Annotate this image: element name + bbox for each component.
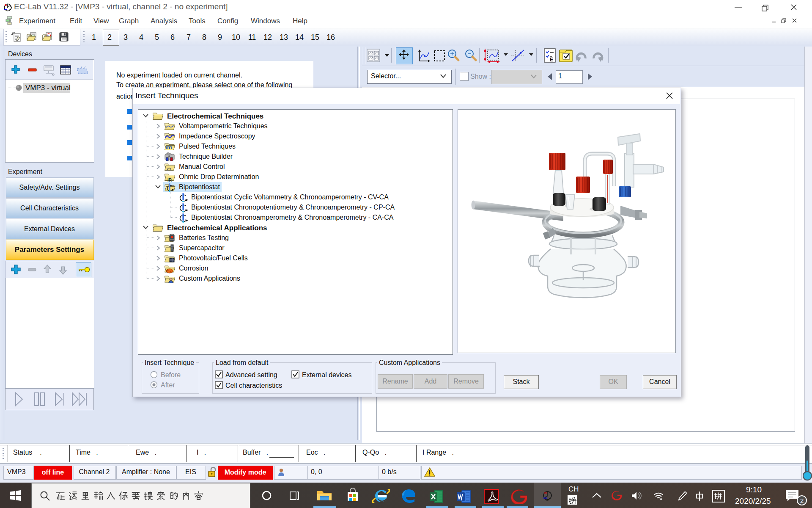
svg-text:iR: iR xyxy=(167,178,172,182)
svg-text:E: E xyxy=(550,57,553,63)
svg-text:2: 2 xyxy=(800,497,804,504)
